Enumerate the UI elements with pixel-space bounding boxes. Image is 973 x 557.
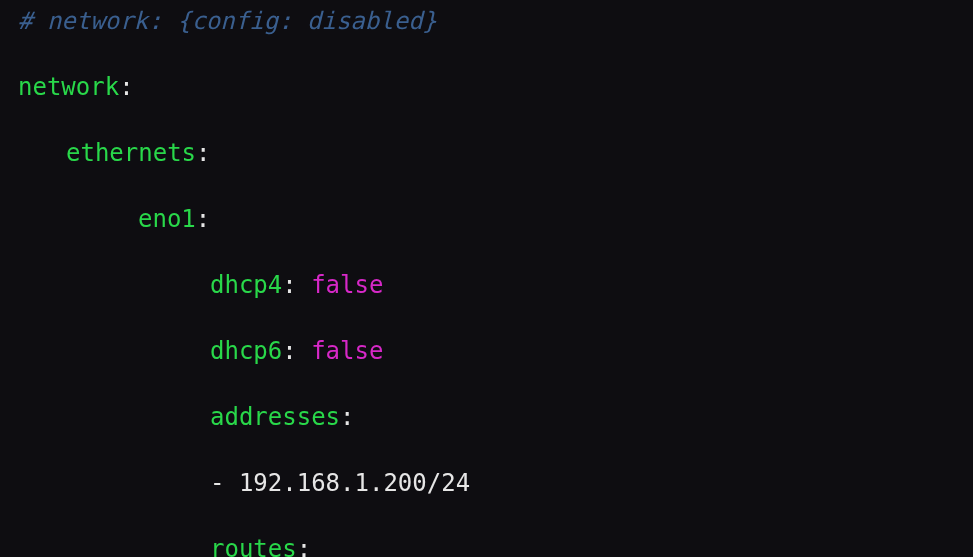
yaml-kv-dhcp4: dhcp4: false (18, 269, 973, 302)
yaml-key-routes: routes: (18, 533, 973, 557)
yaml-kv-dhcp6: dhcp6: false (18, 335, 973, 368)
yaml-key-iface-eno1: eno1: (18, 203, 973, 236)
yaml-seq-address: - 192.168.1.200/24 (18, 467, 973, 500)
yaml-key-network: network: (18, 71, 973, 104)
yaml-comment: # network: {config: disabled} (18, 5, 973, 38)
yaml-key-addresses: addresses: (18, 401, 973, 434)
yaml-key-ethernets: ethernets: (18, 137, 973, 170)
code-editor[interactable]: # network: {config: disabled} network: e… (0, 0, 973, 557)
